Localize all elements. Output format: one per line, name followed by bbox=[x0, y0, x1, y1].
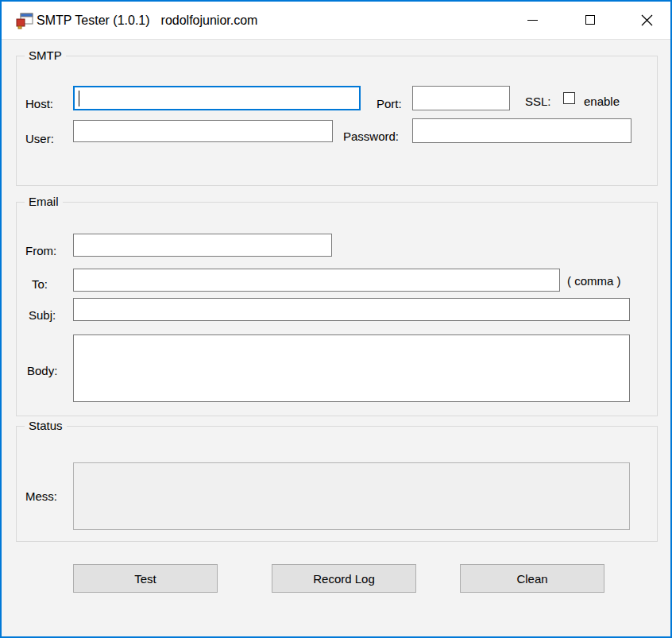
password-label: Password: bbox=[343, 130, 399, 144]
ssl-checkbox[interactable] bbox=[563, 92, 575, 104]
user-label: User: bbox=[25, 132, 54, 146]
port-label: Port: bbox=[377, 97, 402, 111]
subj-input[interactable] bbox=[73, 298, 630, 321]
from-input[interactable] bbox=[73, 234, 332, 257]
port-input[interactable] bbox=[412, 86, 510, 110]
from-label: From: bbox=[25, 244, 56, 258]
close-button[interactable] bbox=[628, 2, 665, 38]
body-label: Body: bbox=[27, 364, 57, 378]
mess-output bbox=[73, 462, 630, 530]
ssl-label: SSL: bbox=[525, 95, 551, 109]
close-icon bbox=[641, 14, 653, 26]
test-button[interactable]: Test bbox=[73, 564, 218, 593]
title-bar: SMTP Tester (1.0.1)rodolfojunior.com bbox=[2, 2, 670, 40]
subj-label: Subj: bbox=[29, 308, 56, 323]
ssl-enable-label: enable bbox=[584, 95, 620, 109]
status-groupbox-legend: Status bbox=[25, 419, 67, 433]
body-input[interactable] bbox=[73, 334, 630, 402]
to-comma-hint: ( comma ) bbox=[567, 274, 621, 288]
to-input[interactable] bbox=[73, 269, 560, 292]
user-input[interactable] bbox=[73, 120, 333, 142]
minimize-icon bbox=[527, 20, 538, 21]
window-title-site: rodolfojunior.com bbox=[161, 14, 258, 27]
smtp-tester-window: SMTP Tester (1.0.1)rodolfojunior.com SMT… bbox=[0, 0, 672, 638]
app-icon bbox=[16, 13, 33, 30]
window-title: SMTP Tester (1.0.1)rodolfojunior.com bbox=[37, 14, 257, 28]
record-log-button[interactable]: Record Log bbox=[272, 564, 416, 593]
password-input[interactable] bbox=[412, 118, 631, 143]
maximize-button[interactable] bbox=[572, 2, 608, 38]
to-label: To: bbox=[32, 277, 48, 292]
host-label: Host: bbox=[25, 97, 53, 111]
mess-label: Mess: bbox=[25, 489, 57, 504]
host-input[interactable] bbox=[73, 86, 361, 110]
email-groupbox-legend: Email bbox=[25, 195, 63, 209]
minimize-button[interactable] bbox=[514, 2, 550, 38]
smtp-groupbox-legend: SMTP bbox=[25, 48, 66, 63]
window-title-app: SMTP Tester (1.0.1) bbox=[37, 14, 150, 27]
maximize-icon bbox=[585, 15, 595, 25]
clean-button[interactable]: Clean bbox=[460, 564, 604, 593]
text-caret bbox=[79, 91, 79, 106]
